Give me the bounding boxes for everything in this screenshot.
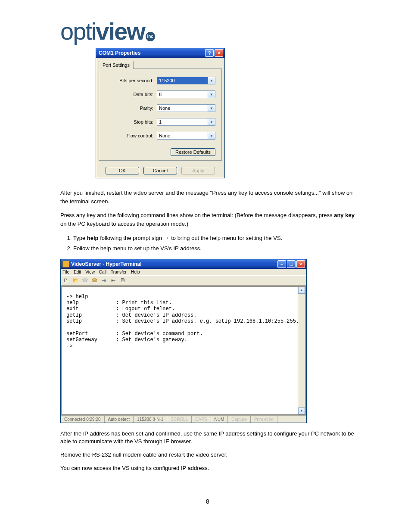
ok-button[interactable]: OK [106,167,139,174]
dialog-title: COM1 Properties [99,50,140,56]
status-detect: Auto detect [105,416,134,423]
dropdown-parity[interactable]: None▼ [157,104,215,112]
paragraph: You can now access the VS using its conf… [60,464,355,472]
label-parity: Parity: [105,106,157,111]
status-num: NUM [211,416,228,423]
chevron-down-icon[interactable]: ▼ [208,77,215,84]
status-connected: Connected 0:29:20 [61,416,105,423]
status-caps: CAPS [192,416,211,423]
close-button[interactable]: × [215,49,223,57]
status-bar: Connected 0:29:20 Auto detect 115200 8-N… [61,416,306,423]
scrollbar-vertical[interactable]: ▲▼ [298,286,305,415]
cancel-button[interactable]: Cancel [143,167,177,174]
maximize-button[interactable]: □ [287,260,296,268]
tool-send-icon[interactable]: ⇥ [100,277,107,284]
menu-call[interactable]: Call [99,270,106,274]
chevron-down-icon[interactable]: ▼ [208,90,215,98]
label-bits-per-second: Bits per second: [105,78,157,83]
menu-edit[interactable]: Edit [74,270,81,274]
tool-call-icon[interactable]: ☎ [81,277,88,284]
dropdown-flow-control[interactable]: None▼ [157,132,215,140]
scroll-up-icon[interactable]: ▲ [298,287,305,294]
tool-open-icon[interactable]: 📂 [72,277,79,284]
minimize-button[interactable]: – [277,260,286,268]
list-item: Follow the help menu to set up the VS's … [73,244,355,253]
tool-new-icon[interactable]: 🗋 [62,277,69,284]
terminal-output[interactable]: -> help help : Print this List. exit : L… [62,286,298,415]
status-echo: Print echo [251,416,277,423]
status-scroll: SCROLL [167,416,192,423]
window-title: VideoServer - HyperTerminal [71,261,142,267]
scroll-down-icon[interactable]: ▼ [298,408,305,414]
com-properties-dialog: COM1 Properties ? × Port Settings Bits p… [96,48,225,178]
restore-defaults-button[interactable]: Restore Defaults [171,148,215,156]
paragraph: After you finished, restart the video se… [60,189,355,205]
menu-view[interactable]: View [85,270,95,274]
dialog-titlebar: COM1 Properties ? × [96,48,224,58]
dropdown-bits-per-second[interactable]: 115200▼ [157,77,215,84]
hyperterminal-window: VideoServer - HyperTerminal – □ × File E… [60,259,307,423]
tool-properties-icon[interactable]: 🖹 [119,277,126,284]
status-baud: 115200 8-N-1 [134,416,167,423]
app-icon [62,261,69,268]
page-number: 8 [60,498,355,505]
menu-transfer[interactable]: Transfer [111,270,127,274]
label-stop-bits: Stop bits: [105,119,157,124]
label-flow-control: Flow control: [105,133,157,138]
toolbar: 🗋 📂 ☎ ☎ ⇥ ⇤ 🖹 [61,276,306,286]
menu-file[interactable]: File [62,270,69,274]
menu-help[interactable]: Help [131,270,140,274]
window-titlebar: VideoServer - HyperTerminal – □ × [61,259,306,269]
dropdown-stop-bits[interactable]: 1▼ [157,118,215,126]
company-logo: optiviewinc [60,17,155,45]
menu-bar: File Edit View Call Transfer Help [61,269,306,276]
arrow-right-icon: → [164,234,170,241]
apply-button[interactable]: Apply [181,167,215,174]
paragraph: After the IP address has been set and co… [60,430,355,445]
paragraph: Press any key and the following command … [60,211,355,228]
status-capture: Capture [228,416,251,423]
chevron-down-icon[interactable]: ▼ [208,132,215,140]
chevron-down-icon[interactable]: ▼ [208,104,215,112]
close-button[interactable]: × [296,260,305,268]
tool-hangup-icon[interactable]: ☎ [91,277,98,284]
chevron-down-icon[interactable]: ▼ [208,118,215,126]
tab-port-settings[interactable]: Port Settings [99,61,134,69]
help-button[interactable]: ? [205,49,214,57]
list-item: Type help following the prompt sign → to… [73,233,355,243]
label-data-bits: Data bits: [105,92,157,97]
dropdown-data-bits[interactable]: 8▼ [157,90,215,98]
paragraph: Remove the RS-232 null modem cable and r… [60,451,355,459]
tool-receive-icon[interactable]: ⇤ [110,277,117,284]
